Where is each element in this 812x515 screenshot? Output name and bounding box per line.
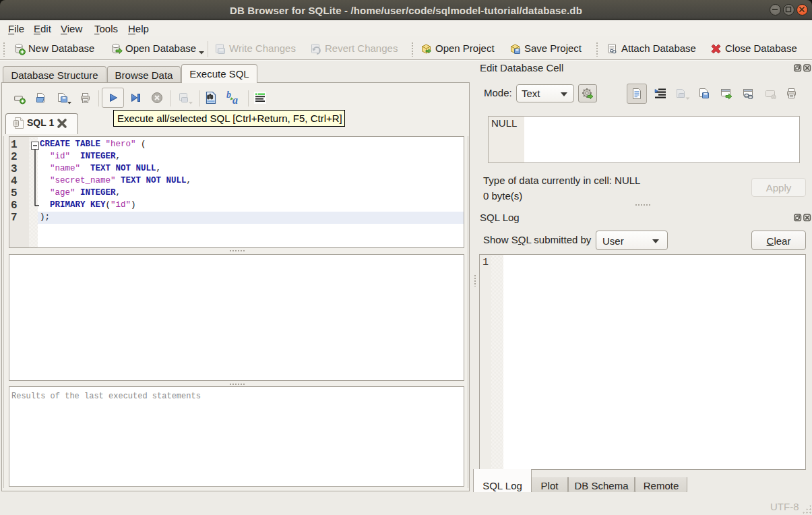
svg-text:b: b	[226, 90, 231, 100]
svg-text:a: a	[232, 94, 238, 106]
